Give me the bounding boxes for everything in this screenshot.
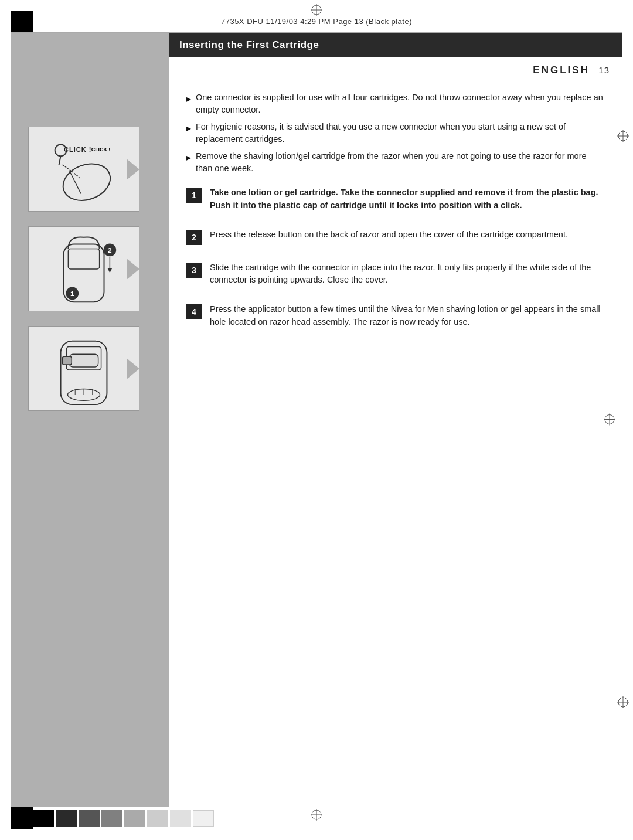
bottom-reg-mark <box>309 808 324 824</box>
swatch-1 <box>33 810 54 827</box>
bottom-swatches <box>33 807 216 829</box>
bullet-item: ▸ Remove the shaving lotion/gel cartridg… <box>186 150 605 175</box>
svg-point-2 <box>58 158 115 207</box>
bullet-item: ▸ For hygienic reasons, it is advised th… <box>186 121 605 145</box>
arrow-right-2 <box>127 259 139 280</box>
step-text-4: Press the applicator button a few times … <box>210 303 605 329</box>
step-1: 1 Take one lotion or gel cartridge. Take… <box>186 186 605 212</box>
step-text-1: Take one lotion or gel cartridge. Take t… <box>210 186 605 212</box>
step-number-1: 1 <box>186 188 202 203</box>
right-bottom-reg-mark <box>616 695 630 711</box>
top-reg-mark <box>309 3 324 19</box>
right-top-reg-mark <box>616 129 630 145</box>
bullet-text-3: Remove the shaving lotion/gel cartridge … <box>196 150 605 175</box>
arrow-right-3 <box>127 358 139 379</box>
bullet-icon-1: ▸ <box>186 92 191 106</box>
click-label: CLICK ! <box>64 146 91 153</box>
step-number-2: 2 <box>186 230 202 245</box>
step-3: 3 Slide the cartridge with the connector… <box>186 261 605 287</box>
swatch-3 <box>79 810 100 827</box>
svg-rect-14 <box>63 356 72 365</box>
bullet-text-1: One connector is supplied for use with a… <box>196 91 605 116</box>
step-text-3: Slide the cartridge with the connector i… <box>210 261 605 287</box>
swatch-8 <box>193 810 214 827</box>
svg-text:1: 1 <box>70 290 74 298</box>
bullet-text-2: For hygienic reasons, it is advised that… <box>196 121 605 145</box>
illustration-3 <box>28 326 139 411</box>
bullet-icon-2: ▸ <box>186 121 191 135</box>
step-number-4: 4 <box>186 304 202 319</box>
illustration-1: CLICK ! CLICK ! <box>28 127 139 212</box>
illus1-svg: CLICK ! <box>29 127 139 211</box>
svg-rect-13 <box>69 354 98 367</box>
step-2: 2 Press the release button on the back o… <box>186 229 605 245</box>
svg-text:2: 2 <box>108 246 112 254</box>
swatch-6 <box>147 810 168 827</box>
illus3-svg <box>29 327 139 410</box>
main-content: ▸ One connector is supplied for use with… <box>169 33 622 807</box>
swatch-7 <box>170 810 191 827</box>
illus2-svg: 2 1 <box>29 227 139 311</box>
svg-text:CLICK !: CLICK ! <box>91 147 111 152</box>
illustration-2: 2 1 <box>28 226 139 311</box>
step-number-3: 3 <box>186 263 202 278</box>
black-corner-bl <box>11 807 33 829</box>
arrow-right-1 <box>127 159 139 180</box>
left-sidebar: CLICK ! CLICK ! 2 1 <box>11 33 169 807</box>
svg-rect-6 <box>68 249 99 269</box>
swatch-2 <box>56 810 77 827</box>
step-4: 4 Press the applicator button a few time… <box>186 303 605 329</box>
swatch-5 <box>124 810 145 827</box>
svg-line-1 <box>59 156 61 165</box>
bullet-icon-3: ▸ <box>186 151 191 164</box>
bullets-section: ▸ One connector is supplied for use with… <box>186 91 605 175</box>
swatch-4 <box>101 810 122 827</box>
step-text-2: Press the release button on the back of … <box>210 229 568 242</box>
bullet-item: ▸ One connector is supplied for use with… <box>186 91 605 116</box>
right-reg-mark <box>603 412 617 428</box>
